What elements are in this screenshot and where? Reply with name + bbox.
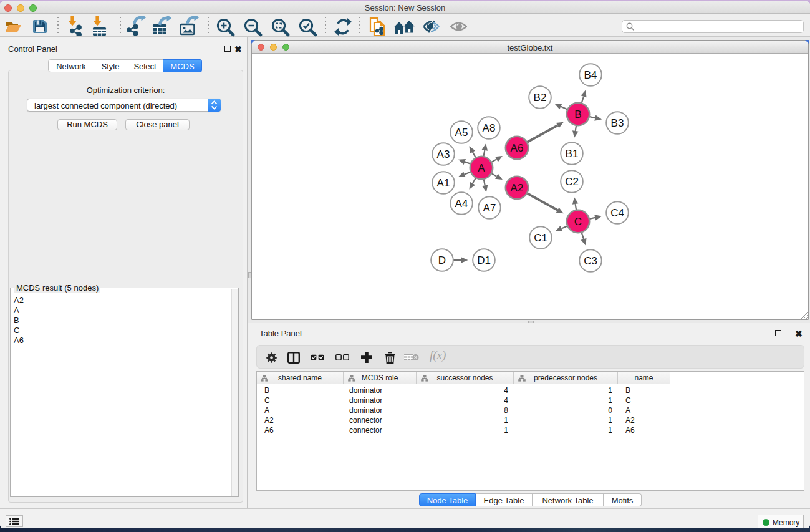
svg-text:C2: C2 [565, 176, 579, 188]
svg-text:C3: C3 [584, 255, 597, 267]
svg-text:B: B [574, 109, 581, 120]
svg-text:A: A [478, 162, 485, 174]
svg-text:C: C [574, 216, 582, 228]
svg-text:B2: B2 [534, 92, 547, 104]
svg-text:A6: A6 [511, 142, 524, 154]
svg-text:C1: C1 [534, 232, 547, 244]
svg-text:C4: C4 [610, 207, 624, 219]
svg-text:A7: A7 [483, 202, 496, 214]
svg-text:A4: A4 [455, 198, 468, 210]
svg-text:A1: A1 [437, 177, 450, 189]
svg-text:A2: A2 [511, 182, 524, 194]
svg-text:D1: D1 [477, 254, 491, 266]
svg-text:A3: A3 [437, 148, 450, 160]
svg-text:A5: A5 [455, 127, 468, 138]
svg-text:A8: A8 [483, 122, 496, 134]
svg-text:B1: B1 [566, 148, 579, 160]
svg-text:B4: B4 [584, 69, 597, 81]
svg-text:B3: B3 [611, 117, 624, 129]
svg-text:D: D [438, 254, 446, 266]
